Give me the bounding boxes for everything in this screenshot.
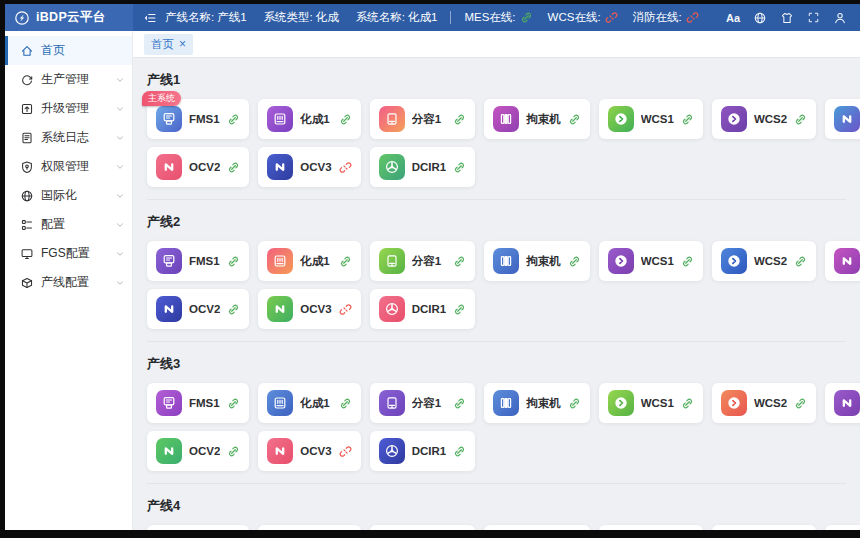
device-card[interactable]: FMS1	[147, 525, 249, 530]
device-card[interactable]: WCS2	[712, 525, 816, 530]
tab-close-icon[interactable]: ×	[179, 38, 186, 50]
device-card[interactable]: WCS1	[599, 241, 703, 281]
device-card[interactable]: OCV1	[825, 383, 860, 423]
link-online-icon[interactable]	[794, 397, 807, 410]
device-card[interactable]: OCV3	[258, 431, 360, 471]
sidebar-item-permissions[interactable]: 权限管理	[5, 152, 132, 181]
link-online-icon[interactable]	[568, 113, 581, 126]
app-logo: iBDP云平台	[5, 4, 133, 31]
link-online-icon[interactable]	[227, 397, 240, 410]
device-card[interactable]: 分容1	[370, 383, 476, 423]
device-card[interactable]: DCIR1	[370, 431, 476, 471]
ocv-icon	[267, 154, 293, 180]
device-card[interactable]: 拘束机	[484, 525, 590, 530]
theme-icon[interactable]	[780, 11, 794, 25]
link-online-icon[interactable]	[339, 397, 352, 410]
device-card[interactable]: 拘束机	[484, 241, 590, 281]
device-card[interactable]: 主系统 FMS1	[147, 99, 249, 139]
header-status: MES在线:WCS在线:消防在线:	[464, 10, 698, 25]
chevron-down-icon	[115, 220, 125, 230]
link-online-icon[interactable]	[453, 161, 466, 174]
tab-bar: 首页 ×	[133, 31, 860, 58]
sidebar-item-production[interactable]: 生产管理	[5, 65, 132, 94]
font-size-icon[interactable]: Aa	[726, 12, 740, 24]
link-online-icon[interactable]	[227, 255, 240, 268]
device-card[interactable]: 分容1	[370, 525, 476, 530]
tab-home[interactable]: 首页 ×	[144, 34, 193, 55]
device-card[interactable]: OCV2	[147, 431, 249, 471]
link-online-icon[interactable]	[339, 113, 352, 126]
ocv-icon	[834, 248, 860, 274]
device-card[interactable]: 化成1	[258, 525, 360, 530]
line-title: 产线1	[147, 71, 846, 89]
sidebar-collapse-icon[interactable]	[143, 11, 157, 25]
device-card[interactable]: OCV3	[258, 147, 360, 187]
link-online-icon[interactable]	[453, 255, 466, 268]
card-grid: FMS1 化成1 分容1 拘束机	[147, 241, 846, 329]
device-card[interactable]: FMS1	[147, 241, 249, 281]
link-online-icon[interactable]	[453, 113, 466, 126]
device-card[interactable]: DCIR1	[370, 289, 476, 329]
link-online-icon[interactable]	[227, 113, 240, 126]
link-online-icon[interactable]	[794, 255, 807, 268]
device-name: FMS1	[189, 397, 220, 409]
device-name: 化成1	[300, 254, 331, 269]
link-broken-icon[interactable]	[339, 161, 352, 174]
link-online-icon[interactable]	[227, 161, 240, 174]
link-online-icon[interactable]	[681, 397, 694, 410]
device-card[interactable]: 分容1	[370, 99, 476, 139]
device-card[interactable]: WCS1	[599, 383, 703, 423]
link-online-icon[interactable]	[339, 255, 352, 268]
link-broken-icon[interactable]	[339, 445, 352, 458]
link-online-icon[interactable]	[227, 445, 240, 458]
device-card[interactable]: WCS1	[599, 99, 703, 139]
device-name: 拘束机	[526, 396, 561, 411]
upgrade-icon	[20, 102, 34, 116]
fullscreen-icon[interactable]	[807, 11, 820, 24]
link-online-icon[interactable]	[453, 303, 466, 316]
device-card[interactable]: WCS2	[712, 99, 816, 139]
device-card[interactable]: OCV1	[825, 525, 860, 530]
sidebar-item-logs[interactable]: 系统日志	[5, 123, 132, 152]
link-online-icon[interactable]	[227, 303, 240, 316]
link-online-icon[interactable]	[568, 397, 581, 410]
device-card[interactable]: 拘束机	[484, 99, 590, 139]
device-card[interactable]: OCV3	[258, 289, 360, 329]
link-online-icon[interactable]	[453, 397, 466, 410]
device-card[interactable]: WCS2	[712, 383, 816, 423]
device-card[interactable]: 化成1	[258, 383, 360, 423]
link-broken-icon	[686, 11, 699, 24]
device-name: OCV2	[189, 303, 220, 315]
device-card[interactable]: 分容1	[370, 241, 476, 281]
device-card[interactable]: OCV1	[825, 99, 860, 139]
link-broken-icon[interactable]	[339, 303, 352, 316]
ocv-icon	[156, 154, 182, 180]
link-online-icon[interactable]	[568, 255, 581, 268]
sidebar-item-line-config[interactable]: 产线配置	[5, 268, 132, 297]
sidebar-item-fgs-config[interactable]: FGS配置	[5, 239, 132, 268]
device-card[interactable]: 化成1	[258, 99, 360, 139]
device-card[interactable]: DCIR1	[370, 147, 476, 187]
sidebar-item-home[interactable]: 首页	[5, 36, 132, 65]
sidebar-item-upgrade[interactable]: 升级管理	[5, 94, 132, 123]
sidebar-item-i18n[interactable]: 国际化	[5, 181, 132, 210]
device-card[interactable]: OCV2	[147, 147, 249, 187]
header-info-item: 产线名称:产线1	[165, 10, 247, 25]
link-online-icon[interactable]	[453, 445, 466, 458]
system-log-icon	[20, 131, 34, 145]
device-card[interactable]: OCV2	[147, 289, 249, 329]
link-online-icon[interactable]	[681, 255, 694, 268]
link-online-icon[interactable]	[794, 113, 807, 126]
device-name: DCIR1	[412, 445, 447, 457]
device-card[interactable]: WCS1	[599, 525, 703, 530]
link-online-icon[interactable]	[681, 113, 694, 126]
device-card[interactable]: OCV1	[825, 241, 860, 281]
user-icon[interactable]	[833, 11, 847, 25]
ocv-icon	[267, 438, 293, 464]
device-card[interactable]: 拘束机	[484, 383, 590, 423]
device-card[interactable]: FMS1	[147, 383, 249, 423]
device-card[interactable]: WCS2	[712, 241, 816, 281]
device-card[interactable]: 化成1	[258, 241, 360, 281]
language-globe-icon[interactable]	[753, 11, 767, 25]
sidebar-item-config[interactable]: 配置	[5, 210, 132, 239]
